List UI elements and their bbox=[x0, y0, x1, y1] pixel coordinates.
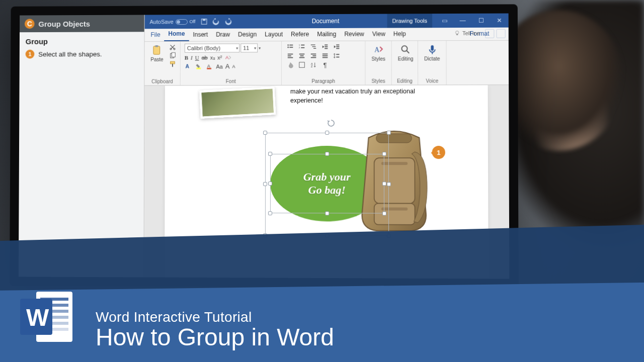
titlebar: AutoSave Off Document Drawing Tools ▭ — … bbox=[145, 14, 509, 29]
dictate-button[interactable]: Dictate bbox=[422, 43, 442, 62]
sort-icon[interactable]: AZ bbox=[309, 61, 318, 68]
tab-design[interactable]: Design bbox=[234, 29, 261, 41]
font-color-icon[interactable]: A bbox=[205, 63, 213, 70]
align-right-icon[interactable] bbox=[309, 52, 318, 59]
numbering-icon[interactable]: 12 bbox=[297, 43, 306, 50]
tab-home[interactable]: Home bbox=[165, 28, 189, 41]
tab-insert[interactable]: Insert bbox=[189, 29, 212, 41]
increase-indent-icon[interactable] bbox=[332, 43, 341, 50]
toggle-icon[interactable] bbox=[176, 19, 188, 25]
handle-bm[interactable] bbox=[325, 211, 329, 215]
tab-layout[interactable]: Layout bbox=[261, 29, 287, 41]
svg-rect-11 bbox=[172, 64, 173, 67]
selection-textbox[interactable] bbox=[270, 154, 384, 214]
superscript-button[interactable]: x² bbox=[217, 55, 222, 61]
italic-button[interactable]: I bbox=[191, 55, 193, 61]
format-painter-icon[interactable] bbox=[169, 61, 177, 68]
paste-button[interactable]: Paste bbox=[148, 44, 165, 63]
handle-tr[interactable] bbox=[387, 131, 391, 135]
underline-button[interactable]: U bbox=[195, 55, 199, 61]
highlight-icon[interactable] bbox=[195, 63, 203, 70]
svg-point-17 bbox=[287, 44, 289, 46]
svg-rect-20 bbox=[289, 47, 293, 48]
svg-rect-5 bbox=[155, 45, 157, 47]
rotate-handle-icon[interactable] bbox=[327, 119, 336, 128]
editing-button[interactable]: Editing bbox=[396, 43, 416, 62]
document-body-text[interactable]: make your next vacation truly an excepti… bbox=[290, 87, 442, 105]
styles-button[interactable]: A Styles bbox=[369, 43, 387, 63]
tab-draw[interactable]: Draw bbox=[212, 29, 234, 41]
font-name-combo[interactable]: Calibri (Body) bbox=[185, 44, 239, 53]
svg-rect-28 bbox=[325, 45, 328, 46]
text-effects-icon[interactable]: A bbox=[185, 63, 193, 70]
tab-review[interactable]: Review bbox=[340, 29, 368, 41]
svg-rect-48 bbox=[299, 62, 305, 68]
svg-rect-29 bbox=[325, 46, 328, 47]
tab-help[interactable]: Help bbox=[389, 28, 410, 40]
comments-icon[interactable] bbox=[496, 29, 505, 38]
handle-ml[interactable] bbox=[263, 182, 267, 186]
share-icon[interactable] bbox=[485, 29, 494, 38]
svg-rect-1 bbox=[203, 19, 205, 21]
borders-icon[interactable] bbox=[297, 61, 306, 68]
handle-tr[interactable] bbox=[382, 152, 386, 156]
handle-bl[interactable] bbox=[268, 211, 272, 215]
tab-view[interactable]: View bbox=[368, 29, 389, 41]
minimize-icon[interactable]: — bbox=[453, 14, 471, 28]
handle-tm[interactable] bbox=[325, 131, 329, 135]
align-center-icon[interactable] bbox=[297, 52, 306, 59]
autosave-toggle[interactable]: AutoSave Off bbox=[150, 19, 196, 25]
justify-icon[interactable] bbox=[320, 52, 330, 59]
svg-text:A: A bbox=[374, 46, 379, 53]
grow-font-button[interactable]: A bbox=[225, 62, 230, 70]
save-icon[interactable] bbox=[200, 18, 207, 25]
tab-mailings[interactable]: Mailing bbox=[313, 29, 340, 41]
close-icon[interactable]: ✕ bbox=[490, 14, 509, 28]
font-size-combo[interactable]: 11 bbox=[240, 43, 258, 52]
handle-br[interactable] bbox=[382, 212, 386, 216]
tell-me-search[interactable]: Tell me bbox=[454, 30, 480, 36]
group-styles: A Styles Styles bbox=[365, 41, 391, 85]
paste-label: Paste bbox=[150, 57, 163, 62]
inserted-photo[interactable] bbox=[199, 86, 276, 119]
handle-mr[interactable] bbox=[382, 182, 386, 186]
share-buttons[interactable] bbox=[485, 29, 506, 38]
shrink-font-button[interactable]: A bbox=[232, 64, 235, 69]
ribbon-display-options-icon[interactable]: ▭ bbox=[435, 14, 453, 28]
tab-references[interactable]: Refere bbox=[287, 29, 313, 41]
microphone-icon bbox=[427, 44, 438, 55]
svg-text:1: 1 bbox=[299, 44, 300, 46]
show-hide-icon[interactable]: ¶ bbox=[320, 61, 330, 68]
handle-tl[interactable] bbox=[263, 131, 267, 135]
shading-icon[interactable] bbox=[286, 61, 295, 68]
cut-icon[interactable] bbox=[169, 44, 177, 51]
handle-tl[interactable] bbox=[268, 152, 272, 156]
clear-format-icon[interactable]: A bbox=[224, 54, 231, 61]
line-spacing-icon[interactable] bbox=[332, 52, 341, 59]
handle-ml[interactable] bbox=[268, 182, 272, 186]
strikethrough-button[interactable]: ab bbox=[202, 55, 208, 61]
styles-label: Styles bbox=[371, 56, 385, 62]
title-banner: W Word Interactive Tutorial How to Group… bbox=[0, 234, 644, 362]
contextual-tab-drawing-tools[interactable]: Drawing Tools bbox=[387, 14, 433, 28]
svg-text:A: A bbox=[225, 55, 229, 60]
group-label-voice: Voice bbox=[422, 77, 442, 83]
group-paragraph: 12 bbox=[282, 41, 365, 85]
bullets-icon[interactable] bbox=[286, 43, 295, 50]
copy-icon[interactable] bbox=[169, 52, 177, 59]
group-voice: Dictate Voice bbox=[418, 41, 447, 84]
handle-tm[interactable] bbox=[325, 152, 329, 156]
tab-file[interactable]: File bbox=[146, 29, 164, 41]
maximize-icon[interactable]: ☐ bbox=[472, 14, 490, 28]
decrease-indent-icon[interactable] bbox=[320, 43, 330, 50]
banner-title: How to Group in Word bbox=[96, 323, 334, 351]
bold-button[interactable]: B bbox=[185, 55, 188, 61]
redo-icon[interactable] bbox=[224, 18, 231, 25]
multilevel-list-icon[interactable] bbox=[309, 43, 318, 50]
svg-rect-24 bbox=[301, 47, 304, 48]
handle-mr[interactable] bbox=[387, 182, 391, 186]
align-left-icon[interactable] bbox=[286, 52, 295, 59]
change-case-button[interactable]: Aa bbox=[216, 63, 222, 69]
undo-icon[interactable] bbox=[212, 18, 219, 25]
subscript-button[interactable]: x₂ bbox=[210, 54, 215, 61]
